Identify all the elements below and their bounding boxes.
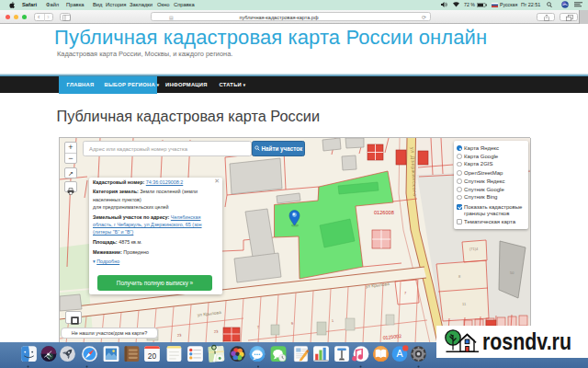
svg-text:(71)4: (71)4	[469, 247, 479, 251]
svg-text:50: 50	[510, 270, 514, 275]
svg-text:0126008: 0126008	[374, 210, 394, 215]
svg-text:20: 20	[148, 351, 157, 361]
svg-text:A: A	[396, 348, 402, 359]
svg-text:rosndv.ru: rosndv.ru	[482, 328, 571, 355]
